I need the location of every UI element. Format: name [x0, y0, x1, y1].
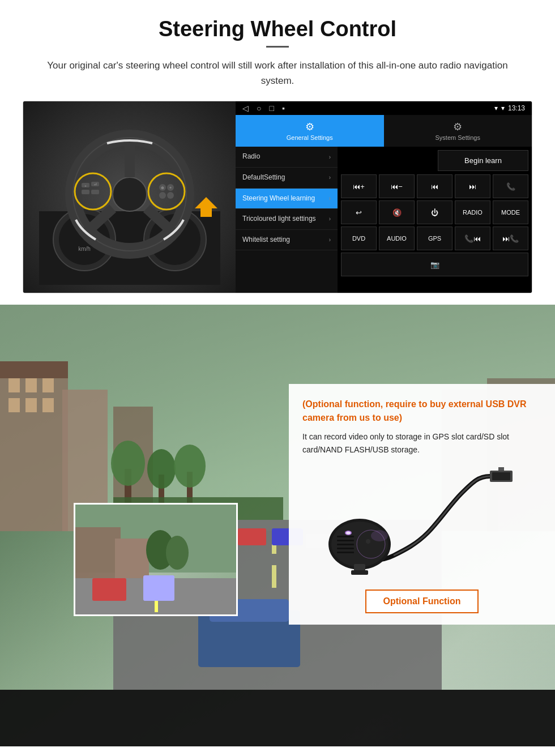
dvd-button[interactable]: DVD — [341, 227, 377, 250]
back-call-button[interactable]: ↩ — [341, 200, 377, 224]
android-header-tabs: ⚙ General Settings ⚙ System Settings — [236, 115, 532, 147]
controls-grid: Begin learn ⏮+ ⏮− ⏮ ⏭ 📞 ↩ 🔇 ⏻ RADIO — [338, 147, 532, 293]
svg-rect-52 — [238, 528, 266, 545]
svg-point-43 — [147, 449, 176, 489]
svg-rect-16 — [91, 190, 99, 194]
phone-next-button[interactable]: ⏭📞 — [493, 227, 528, 250]
svg-rect-86 — [351, 570, 368, 575]
phone-button[interactable]: 📞 — [493, 174, 528, 198]
svg-point-82 — [366, 539, 370, 544]
dvr-screenshot-thumbnail — [74, 503, 238, 616]
svg-rect-31 — [25, 378, 37, 392]
svg-point-45 — [174, 445, 206, 488]
dvr-info-card: (Optional function, require to buy exter… — [289, 384, 555, 625]
mode-button[interactable]: MODE — [493, 200, 528, 224]
svg-rect-49 — [272, 565, 276, 588]
steering-chevron: › — [329, 195, 331, 202]
whitelist-chevron: › — [329, 237, 331, 243]
controls-row-3: DVD AUDIO GPS 📞⏮ ⏭📞 — [341, 227, 528, 250]
svg-point-23 — [167, 192, 174, 199]
steering-label: Steering Wheel learning — [242, 194, 315, 203]
steering-description: Your original car's steering wheel contr… — [34, 58, 521, 88]
svg-rect-15 — [82, 190, 89, 194]
back-icon: ◁ — [242, 104, 249, 113]
tricoloured-label: Tricoloured light settings — [242, 215, 316, 224]
audio-button[interactable]: AUDIO — [379, 227, 415, 250]
settings-content: Radio › DefaultSetting › Steering Wheel … — [236, 147, 532, 293]
android-panel: ◁ ○ □ ▪ ▾ ▾ 13:13 ⚙ General Settings — [236, 101, 532, 293]
begin-learn-row: Begin learn — [341, 150, 528, 171]
menu-item-tricoloured[interactable]: Tricoloured light settings › — [236, 209, 338, 230]
optional-function-button[interactable]: Optional Function — [365, 590, 479, 613]
title-divider — [266, 46, 289, 48]
svg-rect-35 — [42, 398, 54, 412]
tab-general-settings[interactable]: ⚙ General Settings — [236, 115, 384, 147]
dvr-camera-svg — [326, 465, 518, 578]
svg-text:⊕: ⊕ — [161, 186, 164, 190]
svg-rect-28 — [0, 373, 68, 531]
vol-up-button[interactable]: ⏮+ — [341, 174, 377, 198]
menu-item-default-setting[interactable]: DefaultSetting › — [236, 168, 338, 189]
gps-button[interactable]: GPS — [417, 227, 452, 250]
controls-row-2: ↩ 🔇 ⏻ RADIO MODE — [341, 200, 528, 224]
system-settings-icon: ⚙ — [453, 121, 462, 133]
controls-row-4: 📷 — [341, 253, 528, 276]
dvr-screenshot-svg — [75, 505, 238, 616]
svg-rect-57 — [0, 690, 555, 746]
android-statusbar: ◁ ○ □ ▪ ▾ ▾ 13:13 — [236, 101, 532, 115]
settings-menu-list: Radio › DefaultSetting › Steering Wheel … — [236, 147, 338, 293]
home-icon: ○ — [257, 104, 261, 113]
radio-ctrl-button[interactable]: RADIO — [455, 200, 490, 224]
begin-learn-button[interactable]: Begin learn — [438, 150, 528, 171]
next-button[interactable]: ⏭ — [455, 174, 490, 198]
time-display: 13:13 — [508, 104, 525, 112]
svg-rect-76 — [337, 544, 354, 545]
dvr-section: Support DVR (Optional function, require … — [0, 305, 555, 746]
svg-rect-34 — [25, 398, 37, 412]
controls-row-1: ⏮+ ⏮− ⏮ ⏭ 📞 — [341, 174, 528, 198]
steering-section: Steering Wheel Control Your original car… — [0, 0, 555, 305]
steering-photo: km/h — [23, 101, 236, 293]
svg-rect-71 — [498, 467, 504, 471]
svg-point-22 — [159, 192, 166, 199]
tricoloured-chevron: › — [329, 216, 331, 222]
svg-text:+: + — [169, 186, 171, 190]
menu-icon: ▪ — [282, 104, 285, 113]
svg-rect-68 — [189, 578, 223, 601]
tab-general-label: General Settings — [287, 134, 333, 141]
statusbar-nav: ◁ ○ □ ▪ — [242, 104, 285, 113]
vol-down-button[interactable]: ⏮− — [379, 174, 415, 198]
tab-system-settings[interactable]: ⚙ System Settings — [384, 115, 532, 147]
tab-system-label: System Settings — [436, 134, 480, 141]
svg-rect-70 — [492, 472, 510, 480]
svg-rect-30 — [8, 378, 20, 392]
svg-text:+: + — [84, 184, 87, 187]
prev-button[interactable]: ⏮ — [417, 174, 452, 198]
svg-text:km/h: km/h — [78, 246, 91, 252]
camera-button[interactable]: 📷 — [341, 253, 528, 276]
mute-button[interactable]: 🔇 — [379, 200, 415, 224]
svg-rect-29 — [0, 361, 68, 378]
svg-point-41 — [111, 441, 145, 486]
radio-label: Radio — [242, 152, 260, 161]
steering-wheel-svg: km/h — [39, 109, 220, 285]
svg-rect-33 — [8, 398, 20, 412]
svg-rect-75 — [337, 540, 354, 541]
svg-rect-32 — [42, 378, 54, 392]
menu-item-steering-wheel[interactable]: Steering Wheel learning › — [236, 189, 338, 210]
settings-gear-icon: ⚙ — [305, 121, 314, 133]
dvr-camera-illustration — [302, 465, 541, 578]
svg-point-88 — [371, 530, 388, 541]
wifi-icon: ▾ — [501, 104, 505, 112]
svg-rect-74 — [337, 536, 354, 537]
phone-prev-button[interactable]: 📞⏮ — [455, 227, 490, 250]
steering-title: Steering Wheel Control — [23, 17, 532, 41]
svg-rect-66 — [92, 578, 126, 601]
menu-item-radio[interactable]: Radio › — [236, 147, 338, 168]
dvr-optional-title: (Optional function, require to buy exter… — [302, 398, 541, 425]
power-button[interactable]: ⏻ — [417, 200, 452, 224]
steering-ui-demo: km/h — [23, 101, 532, 293]
default-setting-label: DefaultSetting — [242, 173, 285, 182]
svg-rect-78 — [337, 552, 354, 553]
menu-item-whitelist[interactable]: Whitelist setting › — [236, 230, 338, 251]
